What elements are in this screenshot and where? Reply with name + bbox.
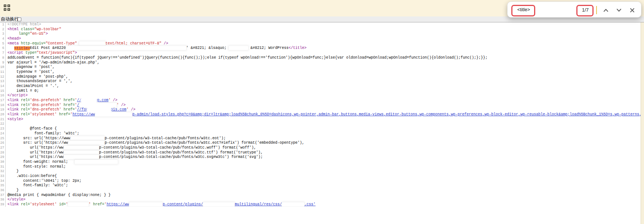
code-line: 22 [0, 122, 641, 127]
line-number: 12 [0, 75, 6, 80]
redaction-blur [64, 155, 99, 159]
source-code[interactable]: 1<!DOCTYPE html>2<html class="wp-toolbar… [0, 22, 641, 207]
redaction-blur [66, 46, 186, 50]
line-number: 16 [0, 93, 6, 98]
redaction-smudge [81, 98, 96, 103]
code-line: 32 } [0, 169, 641, 174]
code-line: 36 } [0, 188, 641, 193]
redaction-smudge [87, 107, 111, 112]
close-icon [630, 8, 635, 13]
code-line: 16</script> [0, 93, 641, 98]
line-number: 4 [0, 37, 6, 41]
redaction-blur [68, 141, 105, 145]
redaction-blur [64, 150, 99, 155]
line-number: 37 [0, 193, 6, 198]
redaction-blur [203, 202, 235, 206]
line-number: 10 [0, 65, 6, 70]
find-bar: <title> 1/7 [507, 1, 641, 18]
word-wrap-checkbox[interactable] [18, 18, 21, 21]
line-number: 9 [0, 60, 6, 65]
line-number: 21 [0, 117, 6, 122]
find-next-button[interactable] [614, 6, 623, 15]
code-line: 20<link rel='stylesheet' href='https://w… [0, 112, 641, 117]
line-number: 27 [0, 146, 6, 150]
code-line: 4<head> [0, 37, 641, 41]
line-number: 1 [0, 22, 6, 27]
find-close-button[interactable] [628, 6, 637, 15]
code-line: 35 font-family: 'w3tc'; [0, 183, 641, 188]
find-match-count: 1/7 [577, 2, 594, 18]
code-line: 14 decimalPoint = '.', [0, 84, 641, 89]
find-input[interactable]: <title> [517, 2, 530, 18]
code-line: 1<!DOCTYPE html> [0, 22, 641, 27]
redaction-blur [68, 202, 89, 206]
line-number: 19 [0, 108, 6, 112]
code-line: 2<html class="wp-toolbar" [0, 27, 641, 32]
line-number: 24 [0, 131, 6, 136]
redaction-blur [79, 41, 105, 46]
grid-square [7, 4, 10, 7]
line-number: 20 [0, 112, 6, 117]
code-line: 13 thousandsSeparator = ',', [0, 79, 641, 84]
code-line: 27 url('https://wwp-content/plugins/w3-t… [0, 146, 641, 150]
find-divider [596, 6, 597, 14]
line-number: 15 [0, 89, 6, 94]
line-number: 11 [0, 70, 6, 75]
code-line: 33 .w3tc-icon:before{ [0, 174, 641, 179]
line-number: 32 [0, 169, 6, 174]
grid-square [4, 8, 6, 11]
line-number: 39 [0, 202, 6, 207]
grid-icon[interactable] [4, 4, 10, 11]
line-number: 38 [0, 197, 6, 202]
code-line: 11 typenow = 'post', [0, 70, 641, 75]
code-line: 39<link rel='stylesheet' id='' href='htt… [0, 202, 641, 207]
line-number: 29 [0, 155, 6, 160]
line-number: 31 [0, 165, 6, 169]
code-line: 34 content:'\0041'; top: 2px; [0, 179, 641, 184]
line-number: 2 [0, 27, 6, 32]
code-line: 15 isRtl = 0; [0, 89, 641, 94]
redaction-blur [229, 46, 248, 50]
line-number: 33 [0, 174, 6, 179]
redaction-blur [129, 202, 163, 206]
code-line: 21<style> [0, 117, 641, 122]
code-line: 19<link rel='dns-prefetch' href='//fonts… [0, 108, 641, 112]
word-wrap-label: 自动换行 [1, 16, 19, 22]
line-number: 8 [0, 56, 6, 60]
line-number: 22 [0, 122, 6, 127]
line-number: 3 [0, 32, 6, 37]
vertical-scrollbar[interactable] [641, 22, 644, 224]
chevron-down-icon [616, 9, 622, 12]
find-previous-button[interactable] [601, 6, 610, 15]
code-line: 7<script type="text/javascript"> [0, 51, 641, 56]
code-line: 28 url('https://wwp-content/plugins/w3-t… [0, 150, 641, 155]
redaction-blur [79, 103, 117, 107]
line-number: 7 [0, 51, 6, 56]
code-line: 23 @font-face { [0, 127, 641, 131]
code-line: 29 url('https://wwp-content/plugins/w3-t… [0, 155, 641, 160]
code-line: 38</style> [0, 197, 641, 202]
line-number: 14 [0, 84, 6, 89]
code-line: 9var ajaxurl = '/wp-admin/admin-ajax.php… [0, 60, 641, 65]
code-line: 24 font-family: 'w3tc'; [0, 131, 641, 136]
redaction-blur [70, 136, 105, 140]
code-line: 12 adminpage = 'post-php', [0, 75, 641, 80]
line-number: 5 [0, 41, 6, 46]
code-line: 26 src: url('https://wwp-content/plugins… [0, 141, 641, 146]
code-line: 8addLoadEvent = function(func){if(typeof… [0, 56, 641, 60]
line-number: 28 [0, 150, 6, 155]
code-line: 30 font-weight: normal; [0, 160, 641, 165]
redaction-blur [282, 202, 304, 206]
code-line: 31 font-style: normal; [0, 165, 641, 169]
redaction-blur [75, 160, 118, 164]
code-line: 25 src: url('https://wwwp-content/plugin… [0, 136, 641, 141]
grid-square [7, 8, 10, 11]
code-line: 17<link rel='dns-prefetch' href='//stats… [0, 98, 641, 103]
line-number: 26 [0, 141, 6, 146]
line-number: 6 [0, 46, 6, 51]
line-number: 17 [0, 98, 6, 103]
line-number: 36 [0, 188, 6, 193]
line-number: 23 [0, 127, 6, 131]
line-number: 18 [0, 103, 6, 108]
code-line: 37@media print { #wpadminbar { display:n… [0, 193, 641, 198]
